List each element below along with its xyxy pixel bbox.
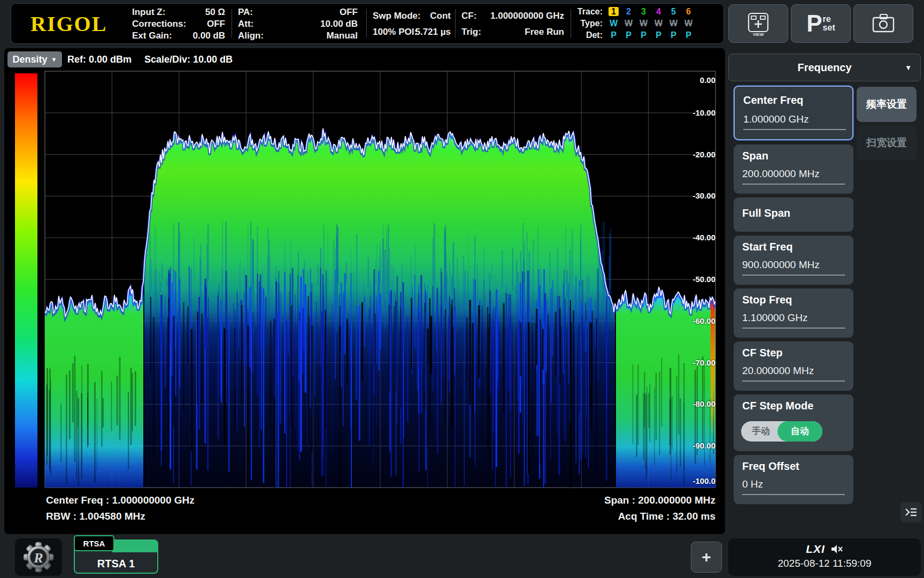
menu-header-label: Frequency xyxy=(797,62,851,74)
y-tick: -10.00 xyxy=(673,108,715,118)
tab-span-settings[interactable]: 扫宽设置 xyxy=(857,125,917,161)
trace-3-det[interactable]: P xyxy=(637,29,650,41)
trace-5-indicator[interactable]: 5 xyxy=(667,6,680,17)
menu-header-frequency[interactable]: Frequency ▼ xyxy=(728,54,921,81)
rigol-gear-logo-icon: R xyxy=(22,541,55,573)
att-value: 10.00 dB xyxy=(320,18,358,30)
app-tab-label: RTSA 1 xyxy=(75,554,157,573)
amplitude-settings-group: PA:OFF Att:10.00 dB Align:Manual xyxy=(238,4,358,43)
trig-label: Trig: xyxy=(461,26,481,38)
trace-6-det[interactable]: P xyxy=(682,29,695,41)
y-tick: -70.00 xyxy=(673,358,715,368)
separator xyxy=(571,9,571,38)
add-app-button[interactable]: + xyxy=(691,542,722,573)
input-z-value: 50 Ω xyxy=(205,6,225,18)
corrections-value: OFF xyxy=(207,18,225,30)
menu-item-full-span[interactable]: Full Span xyxy=(734,197,853,232)
chevron-down-icon: ▼ xyxy=(905,64,912,72)
plus-icon: + xyxy=(702,548,711,566)
trace-6-type[interactable]: W xyxy=(682,18,695,29)
menu-item-center-freq[interactable]: Center Freq 1.000000 GHz xyxy=(734,86,853,140)
spectrum-plot[interactable] xyxy=(4,48,725,534)
app-tab-rtsa1[interactable]: RTSA RTSA 1 xyxy=(74,539,158,574)
cf-step-mode-toggle[interactable]: 手动 自动 xyxy=(741,421,822,442)
y-tick: -50.00 xyxy=(673,275,715,284)
y-tick: -100.0 xyxy=(673,476,715,486)
y-tick: -30.00 xyxy=(673,191,715,201)
trace-4-type[interactable]: W xyxy=(652,18,665,29)
app-tab-accent xyxy=(112,541,157,552)
menu-item-freq-offset[interactable]: Freq Offset 0 Hz xyxy=(734,455,853,504)
system-status-panel[interactable]: LXI 2025-08-12 11:59:09 xyxy=(728,538,921,576)
trace-3-indicator[interactable]: 3 xyxy=(637,6,650,17)
multi-view-button[interactable]: VIEW xyxy=(728,4,788,43)
collapse-menu-icon xyxy=(905,507,918,518)
screenshot-button[interactable] xyxy=(853,4,913,43)
pa-label: PA: xyxy=(238,6,253,18)
trace-6-indicator[interactable]: 6 xyxy=(682,6,695,17)
footer-rbw: RBW : 1.004580 MHz xyxy=(46,511,145,522)
menu-item-cf-step[interactable]: CF Step 20.000000 MHz xyxy=(734,341,853,391)
trace-1-det[interactable]: P xyxy=(607,29,620,41)
preset-icon: P re set xyxy=(806,12,835,35)
y-tick: -40.00 xyxy=(673,233,715,242)
tab-frequency-settings[interactable]: 频率设置 xyxy=(857,87,917,122)
input-settings-group: Input Z:50 Ω Corrections:OFF Ext Gain:0.… xyxy=(132,4,225,43)
toggle-manual-option[interactable]: 手动 xyxy=(741,421,781,442)
align-value: Manual xyxy=(326,30,358,42)
svg-text:VIEW: VIEW xyxy=(753,32,764,37)
menu-item-stop-freq[interactable]: Stop Freq 1.100000 GHz xyxy=(734,288,853,338)
separator xyxy=(455,9,456,38)
sweep-settings-group: Swp Mode:Cont 100% POI:5.721 µs xyxy=(373,4,451,43)
trace-2-indicator[interactable]: 2 xyxy=(622,6,635,17)
menu-item-span[interactable]: Span 200.000000 MHz xyxy=(734,144,853,194)
y-tick: -80.00 xyxy=(673,399,715,409)
toggle-auto-option[interactable]: 自动 xyxy=(777,421,822,442)
ref-level-readout[interactable]: Ref: 0.00 dBm xyxy=(67,54,132,65)
trace-4-det[interactable]: P xyxy=(652,29,665,41)
system-menu-button[interactable]: R xyxy=(15,538,62,576)
trace-2-det[interactable]: P xyxy=(622,29,635,41)
scale-div-readout[interactable]: Scale/Div: 10.00 dB xyxy=(144,54,233,65)
pa-value: OFF xyxy=(340,6,358,18)
menu-item-cf-step-mode[interactable]: CF Step Mode 手动 自动 xyxy=(734,394,853,451)
multi-view-icon: VIEW xyxy=(746,10,771,37)
swp-mode-value: Cont xyxy=(430,10,451,22)
y-tick: -90.00 xyxy=(673,441,715,451)
status-readout-panel: RIGOL Input Z:50 Ω Corrections:OFF Ext G… xyxy=(11,3,724,44)
y-tick: -20.00 xyxy=(673,150,715,159)
poi-label: 100% POI: xyxy=(373,26,417,38)
trace-2-type[interactable]: W xyxy=(622,18,635,29)
trace-3-type[interactable]: W xyxy=(637,18,650,29)
datetime: 2025-08-12 11:59:09 xyxy=(728,558,921,571)
svg-text:R: R xyxy=(33,550,43,566)
camera-icon xyxy=(871,13,896,34)
y-tick: 0.00 xyxy=(673,75,715,85)
swp-mode-label: Swp Mode: xyxy=(373,10,421,22)
app-badge: RTSA xyxy=(74,535,114,551)
y-tick: -60.00 xyxy=(673,316,715,326)
lxi-status: LXI xyxy=(806,543,825,556)
sound-muted-icon xyxy=(830,544,843,554)
trace-status-block[interactable]: Trace: 1 2 3 4 5 6 Type: W W W W W W Det… xyxy=(575,4,730,43)
trace-1-type[interactable]: W xyxy=(607,18,620,29)
input-z-label: Input Z: xyxy=(132,6,165,18)
separator xyxy=(366,9,367,38)
trace-5-det[interactable]: P xyxy=(667,29,680,41)
att-label: Att: xyxy=(238,18,253,30)
ext-gain-label: Ext Gain: xyxy=(132,30,172,42)
trace-caption: Trace: xyxy=(575,6,603,17)
display-mode-dropdown[interactable]: Density ▼ xyxy=(7,51,62,67)
trace-1-indicator[interactable]: 1 xyxy=(607,6,620,17)
trace-4-indicator[interactable]: 4 xyxy=(652,6,665,17)
preset-button[interactable]: P re set xyxy=(791,4,851,43)
menu-item-start-freq[interactable]: Start Freq 900.000000 MHz xyxy=(734,235,853,285)
chevron-down-icon: ▼ xyxy=(51,56,57,63)
menu-collapse-button[interactable] xyxy=(900,502,922,522)
separator xyxy=(232,9,232,38)
trace-5-type[interactable]: W xyxy=(667,18,680,29)
cf-value: 1.000000000 GHz xyxy=(490,10,564,22)
type-caption: Type: xyxy=(575,18,603,29)
density-colorbar xyxy=(15,73,37,488)
spectrum-display[interactable]: Density ▼ Ref: 0.00 dBm Scale/Div: 10.00… xyxy=(4,48,725,534)
